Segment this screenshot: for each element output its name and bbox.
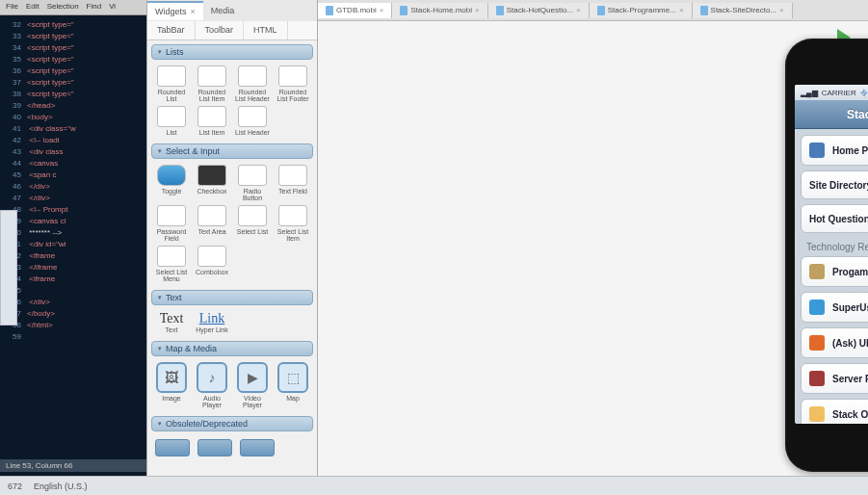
list-row[interactable]: Hot Questions› bbox=[801, 204, 868, 233]
list-row[interactable]: SuperUser› bbox=[801, 292, 868, 323]
widget-item[interactable]: Checkbox bbox=[194, 165, 230, 201]
side-docked-panel bbox=[0, 210, 17, 326]
carrier-label: CARRIER bbox=[822, 89, 856, 97]
widget-item[interactable]: Select List Menu bbox=[153, 246, 190, 282]
file-icon bbox=[700, 6, 708, 15]
widget-item[interactable]: Radio Button bbox=[234, 165, 271, 201]
section-select-input[interactable]: Select & Input bbox=[151, 143, 313, 159]
widget-item[interactable]: Rounded List Footer bbox=[275, 65, 311, 102]
list-row[interactable]: Home Page› bbox=[801, 135, 868, 166]
widget-media[interactable]: ▶Video Player bbox=[234, 362, 271, 408]
section-lists-body: Rounded ListRounded List ItemRounded Lis… bbox=[147, 62, 317, 140]
subtab-html[interactable]: HTML bbox=[244, 21, 288, 39]
app-status-bar: 672 English (U.S.) bbox=[0, 476, 868, 495]
section-select-body: ToggleCheckboxRadio ButtonText FieldPass… bbox=[147, 161, 317, 286]
row-label: Home Page bbox=[832, 145, 868, 156]
subtab-toolbar[interactable]: Toolbar bbox=[196, 21, 245, 39]
phone-statusbar: ▂▄▆ CARRIER 令 12:00 PM ▮ bbox=[795, 85, 868, 100]
widget-item[interactable]: Text Area bbox=[194, 205, 230, 242]
status-language: English (U.S.) bbox=[34, 482, 88, 491]
widget-item[interactable]: Toggle bbox=[153, 165, 190, 201]
widget-item[interactable]: List bbox=[153, 106, 190, 136]
close-icon[interactable]: × bbox=[679, 6, 684, 14]
widget-media[interactable]: 🖼Image bbox=[153, 362, 190, 408]
row-label: SuperUser bbox=[832, 302, 868, 313]
list-row[interactable]: (Ask) Ubuntu› bbox=[801, 327, 868, 358]
section-map-body: 🖼Image♪Audio Player▶Video Player⬚Map bbox=[147, 358, 317, 412]
widget-media[interactable]: ♪Audio Player bbox=[194, 362, 230, 408]
row-label: Site Directory bbox=[809, 180, 868, 191]
close-icon[interactable]: × bbox=[779, 6, 784, 14]
widget-text[interactable]: Text Text bbox=[153, 311, 190, 333]
widget-media[interactable]: ⬚Map bbox=[275, 362, 311, 408]
section-map-media[interactable]: Map & Media bbox=[151, 341, 313, 356]
menu-edit[interactable]: Edit bbox=[26, 2, 39, 13]
widget-item[interactable]: Combobox bbox=[194, 246, 230, 282]
widget-item[interactable]: Text Field bbox=[275, 165, 311, 201]
widget-item[interactable]: Rounded List Header bbox=[234, 65, 271, 102]
phone-screen: ▂▄▆ CARRIER 令 12:00 PM ▮ Stack Exchange … bbox=[795, 85, 868, 424]
code-area[interactable]: 32<script type="33<script type="34<scrip… bbox=[0, 15, 149, 347]
close-icon[interactable]: × bbox=[380, 6, 384, 14]
close-icon[interactable]: × bbox=[576, 6, 581, 14]
row-icon bbox=[809, 406, 825, 422]
list-row[interactable]: Site Directory› bbox=[801, 170, 868, 199]
list-row[interactable]: Stack Overflow› bbox=[801, 399, 868, 424]
widget-item[interactable]: Rounded List Item bbox=[194, 65, 230, 102]
document-tab[interactable]: Stack-Programme...× bbox=[590, 3, 693, 18]
obsolete-widget[interactable] bbox=[240, 439, 275, 456]
menu-vi[interactable]: Vi bbox=[109, 2, 116, 13]
document-tab[interactable]: Stack-SiteDirecto...× bbox=[693, 3, 793, 18]
signal-icon: ▂▄▆ bbox=[801, 89, 818, 97]
obsolete-widget[interactable] bbox=[197, 439, 232, 456]
widgets-panel: Widgets× Media TabBar Toolbar HTML Lists… bbox=[146, 0, 318, 495]
section-lists[interactable]: Lists bbox=[151, 44, 313, 60]
palette-tabs: Widgets× Media bbox=[147, 0, 317, 21]
tab-media[interactable]: Media bbox=[203, 2, 243, 19]
section-obsolete[interactable]: Obsolete/Deprecated bbox=[151, 416, 313, 431]
file-icon bbox=[597, 6, 605, 15]
tab-widgets[interactable]: Widgets× bbox=[147, 1, 203, 20]
row-icon bbox=[809, 335, 825, 351]
row-label: (Ask) Ubuntu bbox=[832, 338, 868, 349]
widget-item[interactable]: List Header bbox=[234, 106, 271, 136]
section-text-body: Text Text Link Hyper Link bbox=[147, 307, 317, 337]
phone-content[interactable]: Home Page›Site Directory›Hot Questions› … bbox=[795, 129, 868, 424]
widget-item[interactable]: Rounded List bbox=[153, 65, 190, 102]
widget-link[interactable]: Link Hyper Link bbox=[194, 311, 230, 333]
document-tab[interactable]: Stack-Home.mobi× bbox=[392, 3, 487, 18]
code-editor-panel: File Edit Selection Find Vi 32<script ty… bbox=[0, 0, 149, 495]
widget-item[interactable]: Select List Item bbox=[275, 205, 311, 242]
close-icon[interactable]: × bbox=[191, 7, 196, 16]
row-label: Server Fault bbox=[832, 374, 868, 384]
phone-frame: ▂▄▆ CARRIER 令 12:00 PM ▮ Stack Exchange … bbox=[785, 39, 868, 472]
list-row[interactable]: Progammers› bbox=[801, 256, 868, 287]
row-label: Stack Overflow bbox=[832, 409, 868, 420]
design-canvas: GTDB.mobi×Stack-Home.mobi×Stack-HotQuest… bbox=[318, 0, 868, 495]
section-text[interactable]: Text bbox=[151, 290, 313, 305]
row-icon bbox=[809, 143, 825, 158]
document-tab[interactable]: Stack-HotQuestio...× bbox=[488, 3, 590, 18]
document-tabs: GTDB.mobi×Stack-Home.mobi×Stack-HotQuest… bbox=[318, 0, 868, 21]
list-row[interactable]: Server Fault› bbox=[801, 363, 868, 394]
widget-item[interactable]: List Item bbox=[194, 106, 230, 136]
menu-find[interactable]: Find bbox=[87, 2, 102, 13]
editor-status: Line 53, Column 66 bbox=[0, 459, 149, 472]
menu-file[interactable]: File bbox=[6, 2, 18, 13]
menu-selection[interactable]: Selection bbox=[47, 2, 79, 13]
close-icon[interactable]: × bbox=[475, 6, 480, 14]
row-label: Progammers bbox=[832, 267, 868, 277]
obsolete-widget[interactable] bbox=[155, 439, 190, 456]
row-label: Hot Questions bbox=[809, 214, 868, 224]
nav-title: Stack Exchange bbox=[795, 100, 868, 129]
widget-item[interactable]: Select List bbox=[234, 205, 271, 242]
widget-item[interactable]: Password Field bbox=[153, 205, 190, 242]
status-page: 672 bbox=[8, 482, 22, 491]
file-icon bbox=[400, 6, 408, 15]
subtab-tabbar[interactable]: TabBar bbox=[147, 21, 196, 39]
palette-subtabs: TabBar Toolbar HTML bbox=[147, 21, 317, 40]
editor-menu[interactable]: File Edit Selection Find Vi bbox=[0, 0, 149, 15]
document-tab[interactable]: GTDB.mobi× bbox=[318, 3, 392, 18]
file-icon bbox=[496, 6, 504, 15]
section-obsolete-body bbox=[147, 433, 317, 462]
